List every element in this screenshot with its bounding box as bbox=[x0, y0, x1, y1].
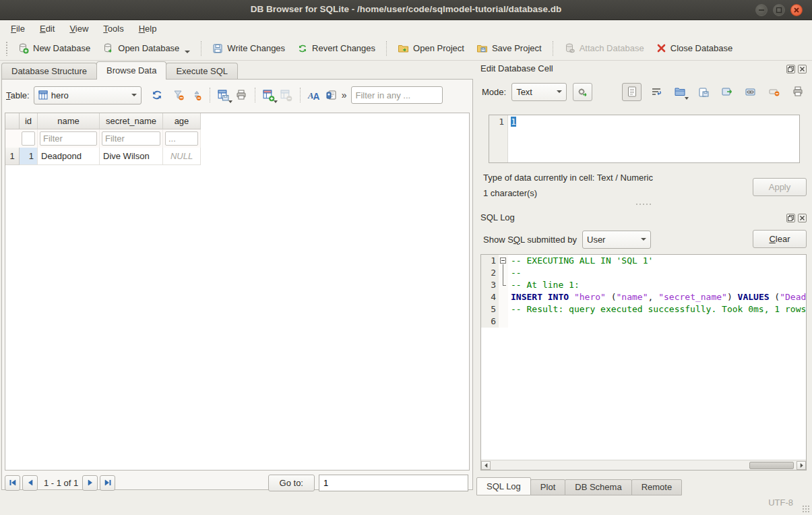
last-page-button[interactable] bbox=[100, 475, 115, 491]
fold-gutter bbox=[499, 267, 508, 279]
find-in-table-button[interactable] bbox=[323, 86, 340, 104]
clear-log-button[interactable]: Clear bbox=[753, 230, 807, 248]
attach-database-button[interactable]: Attach Database bbox=[558, 39, 650, 57]
display-format-button[interactable]: AA bbox=[305, 86, 323, 104]
first-page-button[interactable] bbox=[5, 475, 20, 491]
column-header-secret_name[interactable]: secret_name bbox=[100, 113, 163, 129]
open-database-dropdown-icon[interactable] bbox=[185, 51, 190, 53]
import-cell-button[interactable] bbox=[671, 83, 689, 100]
close-panel-button[interactable] bbox=[798, 214, 807, 222]
column-header-age[interactable]: age bbox=[163, 113, 201, 129]
svg-text:A: A bbox=[313, 91, 320, 101]
close-database-label: Close Database bbox=[670, 43, 733, 53]
refresh-button[interactable] bbox=[148, 86, 166, 104]
scroll-right-button[interactable] bbox=[797, 461, 806, 470]
last-page-icon bbox=[104, 479, 112, 487]
write-changes-label: Write Changes bbox=[227, 43, 285, 53]
row-header[interactable]: 1 bbox=[5, 148, 20, 165]
table-cell-secret_name[interactable]: Dive Wilson bbox=[100, 148, 163, 165]
cell-type-info: Type of data currently in cell: Text / N… bbox=[483, 173, 653, 183]
float-panel-button[interactable] bbox=[786, 65, 795, 73]
scroll-thumb[interactable] bbox=[749, 462, 794, 469]
write-changes-button[interactable]: Write Changes bbox=[206, 40, 291, 57]
tab-database-structure[interactable]: Database Structure bbox=[1, 63, 97, 80]
tab-browse-data[interactable]: Browse Data bbox=[96, 61, 166, 80]
float-panel-button[interactable] bbox=[786, 214, 795, 222]
menu-help[interactable]: Help bbox=[132, 22, 164, 36]
export-cell-button[interactable] bbox=[695, 83, 712, 100]
open-database-button[interactable]: Open Database bbox=[96, 39, 196, 57]
maximize-button[interactable] bbox=[773, 4, 785, 16]
tab-sql-log[interactable]: SQL Log bbox=[476, 477, 531, 495]
revert-changes-button[interactable]: Revert Changes bbox=[291, 40, 381, 57]
editor-content: 1 bbox=[511, 117, 516, 127]
close-database-button[interactable]: Close Database bbox=[650, 40, 739, 57]
log-line-text: -- Result: query executed successfully. … bbox=[508, 303, 807, 315]
right-dock: Edit Database Cell Mode: Text bbox=[475, 61, 812, 515]
apply-button[interactable]: Apply bbox=[753, 178, 807, 196]
next-page-button[interactable] bbox=[82, 475, 98, 491]
table-cell-name[interactable]: Deadpond bbox=[38, 148, 100, 165]
tab-execute-sql[interactable]: Execute SQL bbox=[166, 63, 238, 80]
mode-select[interactable]: Text bbox=[511, 83, 567, 101]
fold-marker-icon[interactable] bbox=[499, 255, 508, 267]
save-project-button[interactable]: Save Project bbox=[470, 39, 548, 57]
sql-log-source-select[interactable]: User bbox=[582, 231, 651, 249]
data-grid[interactable]: idnamesecret_nameage 11DeadpondDive Wils… bbox=[5, 113, 470, 471]
filter-input-name[interactable] bbox=[40, 131, 97, 146]
goto-button[interactable]: Go to: bbox=[268, 475, 315, 491]
toolbar-drag-handle[interactable] bbox=[5, 41, 9, 56]
scroll-left-button[interactable] bbox=[481, 461, 491, 470]
goto-input[interactable] bbox=[319, 475, 468, 491]
filter-any-input[interactable] bbox=[351, 86, 443, 104]
table-cell-id[interactable]: 1 bbox=[20, 148, 38, 165]
menu-view[interactable]: View bbox=[63, 22, 95, 36]
table-select[interactable]: hero bbox=[34, 86, 142, 104]
sql-log-hscrollbar[interactable] bbox=[481, 460, 806, 470]
sql-log-view[interactable]: 1-- EXECUTING ALL IN 'SQL 1'2--3-- At li… bbox=[480, 254, 807, 471]
resize-grip[interactable] bbox=[802, 505, 810, 513]
refresh-icon bbox=[151, 89, 163, 101]
menu-edit[interactable]: Edit bbox=[33, 22, 61, 36]
tab-db-schema[interactable]: DB Schema bbox=[565, 479, 631, 495]
column-header-id[interactable]: id bbox=[20, 113, 38, 129]
sql-log-controls bbox=[786, 214, 807, 222]
clear-filters-button[interactable] bbox=[170, 86, 187, 104]
open-project-button[interactable]: Open Project bbox=[392, 39, 470, 57]
word-wrap-button[interactable] bbox=[648, 83, 665, 100]
menu-tools[interactable]: Tools bbox=[96, 22, 130, 36]
close-button[interactable] bbox=[790, 4, 803, 16]
filter-input-secret_name[interactable] bbox=[102, 131, 160, 146]
text-mode-toggle[interactable] bbox=[622, 83, 642, 101]
tab-remote[interactable]: Remote bbox=[631, 479, 683, 495]
filter-input-age[interactable] bbox=[165, 131, 198, 146]
auto-switch-mode-button[interactable] bbox=[573, 83, 592, 101]
export-records-button[interactable] bbox=[215, 86, 232, 104]
link-data-button[interactable] bbox=[742, 83, 759, 100]
minimize-button[interactable] bbox=[755, 4, 768, 16]
set-null-button[interactable] bbox=[766, 83, 783, 100]
column-header-name[interactable]: name bbox=[38, 113, 100, 129]
close-panel-button[interactable] bbox=[798, 65, 807, 73]
clear-sort-icon bbox=[190, 89, 202, 101]
titlebar[interactable]: DB Browser for SQLite - /home/user/code/… bbox=[0, 0, 812, 20]
clear-sort-button[interactable] bbox=[187, 86, 205, 104]
filter-input-id[interactable] bbox=[22, 131, 35, 146]
prev-page-button[interactable] bbox=[22, 475, 38, 491]
next-page-icon bbox=[86, 479, 94, 487]
new-database-button[interactable]: New Database bbox=[11, 39, 96, 57]
dock-splitter[interactable] bbox=[475, 202, 812, 206]
print-records-button[interactable] bbox=[232, 86, 250, 104]
table-cell-age[interactable]: NULL bbox=[163, 148, 201, 165]
apply-as-link-button[interactable] bbox=[718, 83, 736, 100]
revert-changes-label: Revert Changes bbox=[312, 43, 375, 53]
print-cell-button[interactable] bbox=[789, 83, 807, 100]
cell-editor[interactable]: 1 1 bbox=[489, 115, 800, 163]
delete-record-button[interactable] bbox=[278, 86, 295, 104]
link-icon bbox=[745, 86, 757, 98]
tab-plot[interactable]: Plot bbox=[530, 479, 565, 495]
toolbar-overflow-chevron[interactable]: » bbox=[342, 90, 347, 100]
sql-log-line: 6 bbox=[481, 315, 806, 328]
insert-record-button[interactable] bbox=[260, 86, 278, 104]
menu-file[interactable]: File bbox=[4, 22, 32, 36]
